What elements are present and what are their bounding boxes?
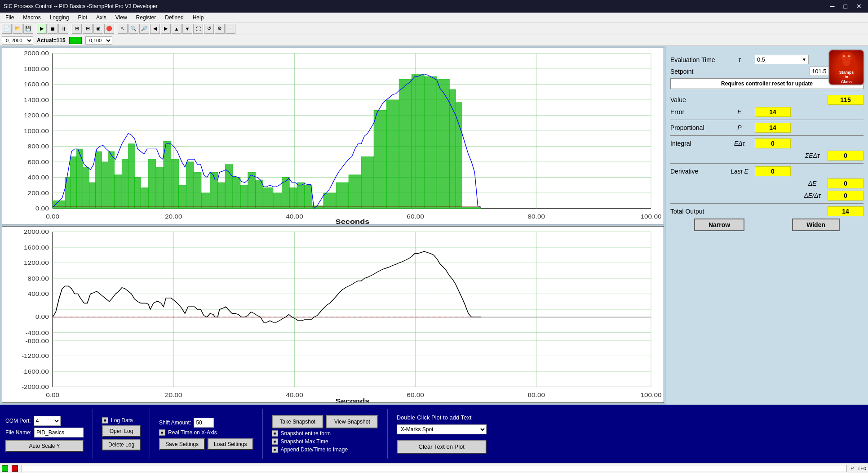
eval-time-input[interactable]: 0.5 ▼ — [755, 55, 809, 64]
svg-marker-75 — [361, 157, 374, 209]
eval-time-dropdown-icon[interactable]: ▼ — [802, 57, 806, 62]
total-output-row: Total Output 14 — [670, 206, 864, 216]
svg-text:1200.00: 1200.00 — [24, 112, 49, 118]
text-plot-section: Double-Click Plot to add Text X-Marks Sp… — [397, 414, 487, 454]
svg-marker-73 — [336, 183, 349, 209]
range2-dropdown[interactable]: 0,100 — [85, 36, 112, 45]
svg-marker-55 — [186, 162, 194, 209]
append-datetime-checkbox[interactable] — [272, 446, 278, 453]
append-datetime-label: Append Date/Time to Image — [281, 446, 348, 453]
toolbar-save[interactable]: 💾 — [23, 24, 33, 34]
take-snapshot-button[interactable]: Take Snapshot — [272, 415, 323, 428]
snapshot-entire-checkbox[interactable] — [272, 430, 278, 437]
value-row: Value 115 — [670, 95, 864, 105]
svg-marker-57 — [201, 193, 210, 209]
menu-logging[interactable]: Logging — [46, 13, 73, 22]
toolbar-open[interactable]: 📂 — [13, 24, 22, 34]
menu-defined[interactable]: Defined — [161, 13, 187, 22]
toolbar-down[interactable]: ▼ — [182, 24, 192, 34]
toolbar-zoom-out[interactable]: 🔎 — [139, 24, 149, 34]
toolbar-b4[interactable]: 🔴 — [104, 24, 114, 34]
text-type-dropdown[interactable]: X-Marks Spot Arrow Circle Square — [397, 424, 487, 434]
toolbar-extra1[interactable]: ⚙ — [215, 24, 225, 34]
menu-view[interactable]: View — [112, 13, 131, 22]
snapshot-maxtime-label: Snapshot Max Time — [281, 438, 328, 445]
svg-marker-76 — [374, 110, 386, 209]
log-data-label: Log Data — [111, 417, 133, 424]
derivative-row3: ΔE/Δτ 0 — [670, 191, 864, 201]
clear-text-button[interactable]: Clear Text on Plot — [397, 440, 487, 454]
menu-plot[interactable]: Plot — [74, 13, 91, 22]
toolbar-b1[interactable]: ⊞ — [72, 24, 82, 34]
shift-amount-label: Shift Amount: — [159, 419, 191, 426]
upper-chart[interactable]: 2000.00 1800.00 1600.00 1400.00 1200.00 … — [2, 48, 664, 224]
svg-marker-62 — [240, 185, 248, 209]
maximize-button[interactable]: □ — [841, 2, 850, 11]
svg-marker-68 — [289, 188, 297, 209]
toolbar-run[interactable]: ▶ — [37, 24, 47, 34]
load-settings-button[interactable]: Load Settings — [208, 438, 253, 450]
toolbar-zoom-in[interactable]: 🔍 — [128, 24, 138, 34]
svg-marker-47 — [128, 144, 134, 209]
toolbar-right[interactable]: ▶ — [161, 24, 171, 34]
toolbar-b3[interactable]: ◉ — [93, 24, 103, 34]
right-panel: StampsinClass Evaluation Time τ 0.5 ▼ Se… — [666, 46, 868, 405]
tf-label: TF0 — [857, 466, 866, 471]
svg-marker-77 — [386, 100, 399, 209]
toolbar-b2[interactable]: ⊟ — [83, 24, 93, 34]
svg-marker-66 — [273, 193, 282, 209]
svg-marker-67 — [282, 178, 289, 209]
menu-macros[interactable]: Macros — [19, 13, 44, 22]
menu-bar: File Macros Logging Plot Axis View Regis… — [0, 13, 868, 22]
save-settings-button[interactable]: Save Settings — [159, 438, 205, 450]
toolbar-left[interactable]: ◀ — [150, 24, 160, 34]
narrow-button[interactable]: Narrow — [694, 219, 744, 231]
derivative-symbol1: Last E — [726, 168, 753, 175]
widen-button[interactable]: Widen — [792, 219, 840, 231]
toolbar-up[interactable]: ▲ — [172, 24, 182, 34]
realtime-checkbox[interactable] — [159, 429, 165, 436]
lower-chart[interactable]: 2000.00 1600.00 1200.00 800.00 400.00 0.… — [2, 226, 664, 403]
window-controls[interactable]: ─ □ ✕ — [828, 2, 864, 11]
open-log-button[interactable]: Open Log — [102, 425, 141, 437]
shift-amount-input[interactable] — [194, 418, 214, 428]
log-data-checkbox[interactable] — [102, 417, 108, 424]
toolbar-arrow[interactable]: ↖ — [118, 24, 128, 34]
svg-marker-58 — [210, 172, 218, 209]
realtime-check-row: Real Time on X-Axis — [159, 429, 253, 436]
minimize-button[interactable]: ─ — [828, 2, 837, 11]
com-port-select[interactable]: 4 — [34, 416, 61, 426]
toolbar-new[interactable]: 📄 — [2, 24, 12, 34]
svg-text:20.00: 20.00 — [165, 214, 182, 220]
toolbar-reset[interactable]: ↺ — [204, 24, 214, 34]
snapshot-maxtime-checkbox[interactable] — [272, 438, 278, 445]
toolbar-pause[interactable]: ⏸ — [58, 24, 68, 34]
file-name-input[interactable] — [34, 428, 84, 437]
snapshot-entire-label: Snapshot entire form — [281, 430, 331, 437]
toolbar: 📄 📂 💾 ▶ ⏹ ⏸ ⊞ ⊟ ◉ 🔴 ↖ 🔍 🔎 ◀ ▶ ▲ ▼ ⛶ ↺ ⚙ … — [0, 22, 868, 35]
view-snapshot-button[interactable]: View Snapshot — [326, 415, 378, 428]
svg-text:40.00: 40.00 — [286, 392, 303, 398]
svg-marker-39 — [76, 149, 83, 208]
svg-text:1600.00: 1600.00 — [24, 81, 49, 87]
menu-file[interactable]: File — [2, 13, 18, 22]
toolbar-extra2[interactable]: ≡ — [226, 24, 235, 34]
svg-marker-45 — [115, 175, 122, 209]
menu-axis[interactable]: Axis — [93, 13, 110, 22]
append-datetime-check-row: Append Date/Time to Image — [272, 446, 378, 453]
menu-register[interactable]: Register — [133, 13, 160, 22]
toolbar-stop[interactable]: ⏹ — [48, 24, 58, 34]
menu-help[interactable]: Help — [189, 13, 208, 22]
title-bar: SIC Process Control -- PID Basics -Stamp… — [0, 0, 868, 13]
auto-scale-y-button[interactable]: Auto Scale Y — [5, 440, 84, 452]
svg-text:20.00: 20.00 — [165, 392, 182, 398]
svg-marker-70 — [305, 185, 312, 209]
range-dropdown[interactable]: 0, 2000 — [2, 36, 33, 45]
status-light-green — [2, 465, 8, 472]
toolbar-fit[interactable]: ⛶ — [193, 24, 203, 34]
snapshot-maxtime-check-row: Snapshot Max Time — [272, 438, 378, 445]
com-port-label: COM Port: — [5, 418, 31, 424]
svg-text:100.00: 100.00 — [640, 392, 661, 398]
delete-log-button[interactable]: Delete Log — [102, 439, 141, 451]
close-button[interactable]: ✕ — [854, 2, 864, 11]
